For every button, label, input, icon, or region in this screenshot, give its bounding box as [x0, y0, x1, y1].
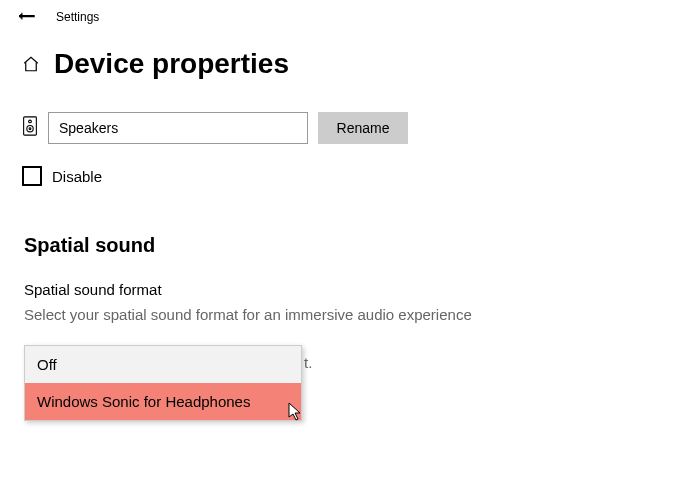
spatial-helper-text: Select your spatial sound format for an … [0, 298, 700, 323]
svg-point-3 [29, 128, 31, 130]
speaker-icon [22, 116, 38, 140]
top-bar: 🠔 Settings [0, 0, 700, 26]
device-name-input[interactable] [48, 112, 308, 144]
back-arrow-icon[interactable]: 🠔 [18, 8, 36, 26]
rename-button[interactable]: Rename [318, 112, 408, 144]
spatial-format-dropdown[interactable]: Off Windows Sonic for Headphones [24, 345, 302, 421]
disable-checkbox[interactable] [22, 166, 42, 186]
device-name-row: Rename [0, 90, 700, 144]
disable-row: Disable [0, 144, 700, 186]
spatial-format-label: Spatial sound format [0, 257, 700, 298]
page-header: Device properties [0, 26, 700, 90]
page-title: Device properties [54, 48, 289, 80]
spatial-sound-heading: Spatial sound [0, 186, 700, 257]
helper-text-tail: t. [304, 354, 312, 371]
home-icon[interactable] [22, 53, 40, 75]
dropdown-option-off[interactable]: Off [25, 346, 301, 383]
svg-point-2 [27, 126, 33, 132]
svg-point-1 [29, 120, 32, 123]
disable-label: Disable [52, 168, 102, 185]
dropdown-option-windows-sonic[interactable]: Windows Sonic for Headphones [25, 383, 301, 420]
settings-label: Settings [56, 10, 99, 24]
